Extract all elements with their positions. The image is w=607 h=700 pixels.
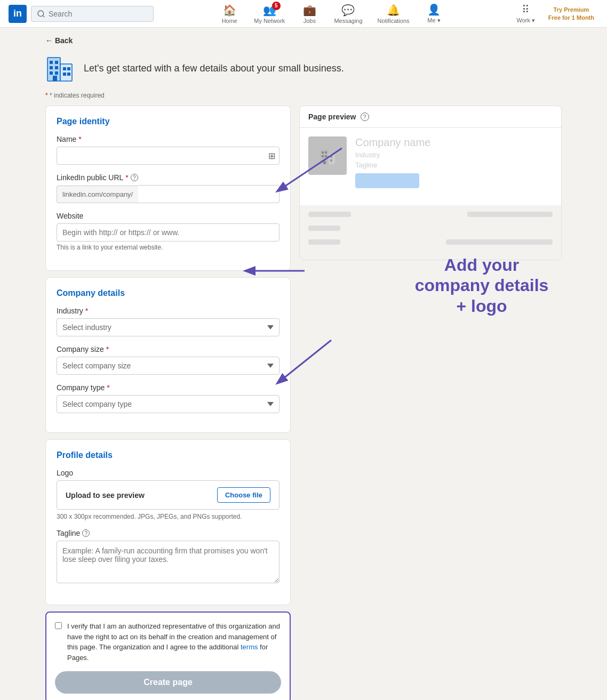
- svg-rect-23: [323, 161, 326, 164]
- profile-details-title: Profile details: [57, 450, 279, 460]
- skeleton-row-3: [308, 239, 553, 249]
- nav-me[interactable]: 👤 Me ▾: [418, 1, 450, 26]
- svg-rect-9: [55, 71, 58, 75]
- svg-rect-6: [50, 66, 53, 69]
- svg-rect-17: [322, 151, 324, 154]
- skeleton-line: [308, 212, 351, 217]
- nav-notifications[interactable]: 🔔 Notifications: [371, 2, 416, 26]
- nav-me-label: Me ▾: [427, 17, 440, 24]
- name-label: Name *: [57, 135, 279, 143]
- search-icon: [37, 10, 45, 18]
- jobs-icon: 💼: [303, 4, 316, 17]
- annotation-line1: Add your: [407, 255, 556, 275]
- back-link[interactable]: ← Back: [45, 36, 562, 45]
- website-hint: This is a link to your external website.: [57, 244, 279, 251]
- nav-home[interactable]: 🏠 Home: [213, 2, 245, 26]
- preview-company-name: Company name: [355, 136, 430, 149]
- linkedin-logo[interactable]: in: [9, 5, 27, 23]
- name-field-group: Name * ⊞: [57, 135, 279, 165]
- annotation-line3: + logo: [407, 296, 556, 316]
- upload-text: Upload to see preview: [66, 491, 145, 500]
- preview-card: Page preview ?: [299, 106, 562, 260]
- page-heading: Let's get started with a few details abo…: [84, 63, 344, 74]
- nav-network[interactable]: 👥 5 My Network: [247, 2, 291, 26]
- industry-select[interactable]: Select industry Technology Finance Healt…: [57, 318, 279, 336]
- tagline-label: Tagline ?: [57, 529, 279, 537]
- svg-line-1: [43, 15, 44, 17]
- form-layout: Page identity Name * ⊞ LinkedIn public U…: [45, 106, 562, 700]
- preview-body: Company name Industry Tagline: [300, 128, 561, 205]
- required-note: * * indicates required: [45, 92, 562, 99]
- premium-sublabel: Free for 1 Month: [548, 14, 594, 21]
- svg-rect-14: [53, 76, 57, 81]
- preview-logo-placeholder: [308, 136, 347, 175]
- name-input[interactable]: [57, 147, 279, 165]
- svg-rect-13: [67, 73, 70, 76]
- search-input[interactable]: [49, 10, 148, 18]
- company-size-select[interactable]: Select company size 1-10 employees 11-50…: [57, 357, 279, 375]
- create-page-button[interactable]: Create page: [55, 671, 281, 694]
- website-field-group: Website This is a link to your external …: [57, 212, 279, 251]
- verify-section: I verify that I am an authorized represe…: [45, 612, 291, 700]
- premium-label: Try Premium: [548, 6, 594, 13]
- skeleton-line: [467, 212, 553, 217]
- svg-rect-21: [330, 156, 332, 158]
- notifications-icon: 🔔: [387, 4, 400, 17]
- svg-rect-22: [330, 159, 332, 162]
- navbar-center: 🏠 Home 👥 5 My Network 💼 Jobs 💬 Messaging…: [213, 1, 450, 26]
- preview-panel: Page preview ?: [299, 106, 562, 260]
- preview-company-text: Company name Industry Tagline: [355, 136, 430, 188]
- skeleton-row-2: [308, 226, 553, 235]
- nav-home-label: Home: [222, 18, 237, 24]
- svg-rect-7: [55, 66, 58, 69]
- nav-network-label: My Network: [254, 18, 285, 24]
- logo-upload-area: Upload to see preview Choose file: [57, 480, 279, 510]
- url-field-group: LinkedIn public URL * ? linkedin.com/com…: [57, 173, 279, 203]
- verify-checkbox[interactable]: [55, 622, 62, 629]
- nav-jobs-label: Jobs: [304, 18, 316, 24]
- svg-rect-3: [60, 64, 72, 81]
- svg-rect-8: [50, 71, 53, 75]
- svg-point-0: [38, 11, 44, 17]
- network-badge: 5: [272, 2, 281, 10]
- try-premium-button[interactable]: Try Premium Free for 1 Month: [544, 4, 598, 23]
- work-icon: ⠿: [522, 3, 530, 16]
- preview-header: Page preview ?: [300, 106, 561, 128]
- profile-details-section: Profile details Logo Upload to see previ…: [45, 439, 291, 605]
- preview-cta-button: [355, 173, 419, 188]
- svg-rect-11: [67, 67, 70, 70]
- home-icon: 🏠: [223, 4, 236, 17]
- name-input-wrapper: ⊞: [57, 147, 279, 165]
- choose-file-button[interactable]: Choose file: [217, 487, 270, 503]
- preview-company-info: Company name Industry Tagline: [308, 136, 553, 188]
- preview-skeleton-section: [300, 205, 561, 260]
- svg-rect-5: [55, 61, 58, 64]
- url-help-icon[interactable]: ?: [131, 174, 138, 181]
- logo-hint: 300 x 300px recommended. JPGs, JPEGs, an…: [57, 513, 279, 520]
- url-input[interactable]: [138, 185, 279, 203]
- url-label: LinkedIn public URL * ?: [57, 173, 279, 182]
- nav-jobs[interactable]: 💼 Jobs: [293, 2, 325, 26]
- verify-row: I verify that I am an authorized represe…: [55, 621, 281, 663]
- skeleton-line: [446, 239, 553, 245]
- page-identity-title: Page identity: [57, 117, 279, 126]
- terms-link[interactable]: terms: [241, 643, 258, 651]
- svg-rect-4: [50, 61, 53, 64]
- industry-field-group: Industry * Select industry Technology Fi…: [57, 307, 279, 336]
- website-input[interactable]: [57, 223, 279, 242]
- tagline-help-icon[interactable]: ?: [82, 529, 90, 537]
- company-type-select[interactable]: Select company type Public Company Self-…: [57, 395, 279, 413]
- building-icon: [45, 53, 75, 83]
- svg-rect-12: [63, 73, 66, 76]
- character-count-icon: ⊞: [268, 151, 275, 161]
- url-prefix: linkedin.com/company/: [57, 186, 138, 203]
- verify-text: I verify that I am an authorized represe…: [67, 621, 281, 663]
- annotation-text: Add your company details + logo: [407, 255, 556, 316]
- preview-help-icon[interactable]: ?: [361, 112, 369, 121]
- nav-work[interactable]: ⠿ Work ▾: [510, 1, 542, 26]
- tagline-textarea[interactable]: [57, 541, 279, 583]
- logo-label: Logo: [57, 469, 279, 477]
- company-size-label: Company size *: [57, 345, 279, 353]
- nav-messaging[interactable]: 💬 Messaging: [328, 2, 369, 26]
- messaging-icon: 💬: [341, 4, 355, 17]
